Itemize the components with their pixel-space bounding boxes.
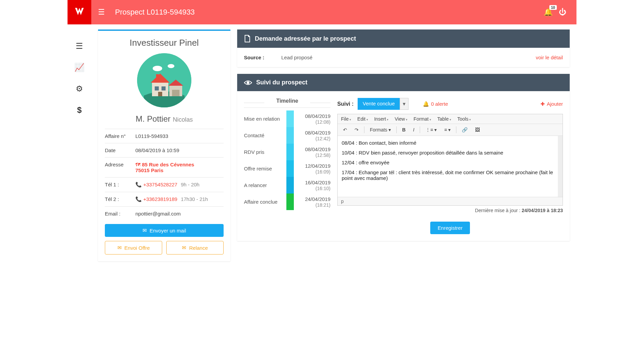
logo[interactable] <box>68 0 91 24</box>
editor-menu-tools[interactable]: Tools <box>457 116 471 122</box>
redo-button[interactable]: ↷ <box>353 126 361 134</box>
tel2-link[interactable]: +33623819189 <box>143 196 177 202</box>
numbered-list-button[interactable]: ≡ ▾ <box>442 126 453 134</box>
sidebar-item-list[interactable]: ☰ <box>76 41 83 51</box>
mail-icon: ✉ <box>143 227 147 233</box>
info-email: Email : npottier@gmail.com <box>105 206 224 221</box>
tel1-link[interactable]: +33754528227 <box>143 182 177 187</box>
mail-icon: ✉ <box>117 245 122 251</box>
notifications-button[interactable]: 🔔 10 <box>544 8 553 17</box>
formats-dropdown[interactable]: Formats ▾ <box>368 126 393 134</box>
timeline-row: RDV pris 08/04/2019(12:58) <box>244 144 330 160</box>
logout-button[interactable]: ⏻ <box>559 8 566 17</box>
svg-rect-11 <box>172 90 179 96</box>
editor-menubar: FileEditInsertViewFormatTableTools <box>338 114 563 124</box>
editor-menu-table[interactable]: Table <box>437 116 451 122</box>
sidebar-item-stats[interactable]: 📈 <box>74 63 84 72</box>
info-affaire: Affaire n° L0119-594933 <box>105 129 224 143</box>
info-tel2: Tél 2 : 📞 +33623819189 17h30 - 21h <box>105 192 224 206</box>
timeline-bar <box>286 193 294 210</box>
editor-menu-insert[interactable]: Insert <box>374 116 389 122</box>
info-tel1: Tél 1 : 📞 +33754528227 9h - 20h <box>105 177 224 192</box>
sidebar-item-money[interactable]: $ <box>77 105 81 115</box>
save-button[interactable]: Enregistrer <box>430 222 470 234</box>
editor-menu-edit[interactable]: Edit <box>357 116 368 122</box>
timeline-date: 08/04/2019(12:42) <box>294 130 330 141</box>
editor-content[interactable]: 08/04 : Bon contact, bien informé10/04 :… <box>338 136 563 197</box>
notification-badge: 10 <box>549 5 557 10</box>
undo-button[interactable]: ↶ <box>341 126 349 134</box>
demande-header: Demande adressée par le prospect <box>237 29 570 48</box>
timeline: Timeline Mise en relation 08/04/2019(12:… <box>244 98 330 234</box>
timeline-date: 24/04/2019(18:21) <box>294 196 330 208</box>
timeline-date: 08/04/2019(12:08) <box>294 113 330 125</box>
svg-rect-5 <box>156 74 159 79</box>
image-icon: 🖼 <box>475 127 480 132</box>
prospect-address-link[interactable]: 🗺 85 Rue des Cévennes 75015 Paris <box>135 162 224 173</box>
chart-icon: 📈 <box>74 63 84 72</box>
timeline-bar <box>286 160 294 177</box>
timeline-label: Mise en relation <box>244 116 286 122</box>
prospect-name: M. Pottier Nicolas <box>105 114 224 124</box>
timeline-row: A relancer 16/04/2019(16:10) <box>244 177 330 193</box>
suivi-select[interactable]: Vente conclue ▾ <box>358 98 409 110</box>
editor-status-path: p <box>338 197 563 205</box>
bell-icon: 🔔 <box>423 101 429 107</box>
voir-detail-link[interactable]: voir le détail <box>536 55 563 60</box>
link-icon: 🔗 <box>462 127 468 132</box>
undo-icon: ↶ <box>343 127 347 132</box>
timeline-date: 16/04/2019(16:10) <box>294 180 330 191</box>
relance-button[interactable]: ✉ Relance <box>166 241 224 254</box>
eye-icon <box>244 80 252 86</box>
power-icon: ⏻ <box>559 8 566 16</box>
page-title: Prospect L0119-594933 <box>115 8 195 17</box>
timeline-row: Mise en relation 08/04/2019(12:08) <box>244 110 330 127</box>
timeline-label: A relancer <box>244 182 286 188</box>
timeline-label: Affaire conclue <box>244 199 286 205</box>
italic-button[interactable]: I <box>411 126 416 134</box>
timeline-row: Contacté 08/04/2019(12:42) <box>244 127 330 144</box>
editor-menu-file[interactable]: File <box>341 116 351 122</box>
editor-line: 17/04 : Echange par tél : client très in… <box>342 169 554 181</box>
svg-rect-7 <box>162 86 166 90</box>
mail-icon: ✉ <box>182 245 186 251</box>
redo-icon: ↷ <box>355 127 359 132</box>
editor-menu-format[interactable]: Format <box>414 116 431 122</box>
image-button[interactable]: 🖼 <box>473 126 482 134</box>
svg-point-12 <box>247 81 249 84</box>
timeline-label: Contacté <box>244 132 286 138</box>
editor-line: 12/04 : offre envoyée <box>342 160 554 165</box>
ajouter-link[interactable]: ✚ Ajouter <box>541 101 563 107</box>
suivi-header: Suivi du prospect <box>237 74 570 91</box>
numbered-list-icon: ≡ <box>444 127 447 132</box>
editor-menu-view[interactable]: View <box>395 116 408 122</box>
svg-rect-6 <box>155 86 159 90</box>
timeline-bar <box>286 177 294 193</box>
svg-point-2 <box>168 64 174 68</box>
prospect-type-title: Investisseur Pinel <box>105 38 224 48</box>
prospect-card: Investisseur Pinel <box>98 29 230 261</box>
timeline-date: 12/04/2019(16:09) <box>294 163 330 175</box>
sidebar-item-settings[interactable]: ⚙ <box>76 84 83 94</box>
timeline-row: Offre remise 12/04/2019(16:09) <box>244 160 330 177</box>
timeline-label: RDV pris <box>244 149 286 155</box>
svg-rect-8 <box>158 92 162 96</box>
menu-toggle-button[interactable]: ☰ <box>91 8 112 17</box>
bold-button[interactable]: B <box>400 126 408 134</box>
bold-icon: B <box>402 127 405 132</box>
bullet-list-button[interactable]: ⋮≡ ▾ <box>423 126 439 134</box>
demande-panel: Demande adressée par le prospect Source … <box>237 29 570 67</box>
chevron-down-icon: ▾ <box>400 98 409 110</box>
link-button[interactable]: 🔗 <box>460 126 470 134</box>
send-offer-button[interactable]: ✉ Envoi Offre <box>105 241 162 254</box>
bullet-list-icon: ⋮≡ <box>425 127 433 132</box>
alert-link[interactable]: 🔔 0 alerte <box>423 101 448 107</box>
prospect-avatar <box>137 53 191 107</box>
dollar-icon: $ <box>77 105 81 115</box>
suivi-select-label: Suivi : <box>337 101 354 107</box>
list-icon: ☰ <box>76 41 83 50</box>
timeline-date: 08/04/2019(12:58) <box>294 146 330 158</box>
plus-icon: ✚ <box>541 101 545 107</box>
send-mail-button[interactable]: ✉ Envoyer un mail <box>105 224 224 237</box>
hamburger-icon: ☰ <box>98 8 105 16</box>
